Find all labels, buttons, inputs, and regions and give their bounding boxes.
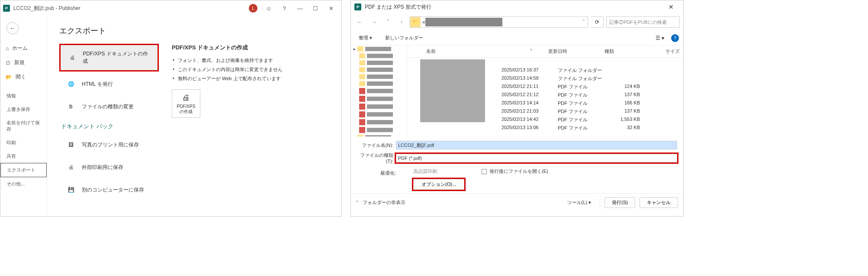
maximize-button[interactable]: ☐: [308, 2, 323, 15]
col-type[interactable]: 種類: [601, 45, 649, 57]
pdf-icon: [359, 104, 365, 110]
options-button[interactable]: オプション(O)...: [413, 179, 464, 190]
pdf-icon: [359, 96, 365, 102]
new-icon: 🗋: [6, 60, 11, 66]
pdf-icon: [359, 111, 365, 117]
export-pack-computer[interactable]: 💾 別のコンピューターに保存: [59, 180, 159, 200]
nav-forward[interactable]: →: [368, 16, 379, 28]
pdfxps-icon: 🖨: [68, 53, 77, 62]
cancel-button[interactable]: キャンセル: [640, 197, 678, 208]
sidebar-save[interactable]: 上書き保存: [0, 103, 47, 116]
detail-bullet: このドキュメントの内容は簡単に変更できません: [172, 65, 283, 74]
file-row[interactable]: 2025/02/13 16:37ファイル フォルダー: [498, 66, 683, 75]
file-row[interactable]: 2025/02/12 21:12PDF ファイル137 KB: [498, 91, 683, 99]
checkbox-icon: [482, 169, 487, 174]
create-pdfxps-button[interactable]: 🖨 PDF/XPS の作成: [172, 89, 200, 118]
sidebar-more[interactable]: その他...: [0, 177, 47, 191]
address-bar[interactable]: 📁 « ˅: [410, 16, 588, 28]
file-row[interactable]: 2025/02/13 13:06PDF ファイル32 KB: [498, 124, 683, 132]
export-main: エクスポート 🖨 PDF/XPS ドキュメントの作成 🌐 HTML を発行 🗎 …: [47, 16, 341, 216]
file-row[interactable]: 2025/02/13 14:59ファイル フォルダー: [498, 75, 683, 83]
publish-button[interactable]: 発行(S): [604, 197, 635, 208]
filetype-select[interactable]: PDF (*.pdf): [396, 154, 677, 162]
export-pack-printer[interactable]: 🖨 外部印刷用に保存: [59, 157, 159, 177]
sidebar-print[interactable]: 印刷: [0, 136, 47, 149]
pdf-icon: [359, 119, 365, 125]
col-name[interactable]: 名前˄: [407, 45, 545, 57]
filename-row: ファイル名(N): LCCO2_翻訳.pdf: [357, 141, 677, 149]
open-after-checkbox[interactable]: 発行後にファイルを開く(E): [482, 168, 548, 175]
redacted-path: [425, 18, 503, 26]
folder-icon: [359, 81, 365, 86]
photo-pack-icon: 🖼: [66, 140, 76, 149]
user-avatar[interactable]: L: [249, 4, 257, 13]
publish-dialog: P PDF または XPS 形式で発行 ✕ ← → ˅ ↑ 📁 « ˅ ⟳ 記事…: [350, 0, 684, 217]
redacted-thumbnail: [420, 59, 485, 122]
folder-icon: [359, 53, 365, 58]
chevron-down-icon[interactable]: ˅: [580, 19, 588, 25]
sidebar-saveas[interactable]: 名前を付けて保存: [0, 116, 47, 136]
folder-icon: [359, 74, 365, 79]
pdf-icon: [359, 88, 365, 94]
detail-heading: PDF/XPS ドキュメントの作成: [172, 44, 283, 52]
close-button[interactable]: ✕: [323, 2, 339, 15]
col-date[interactable]: 更新日時: [545, 45, 601, 57]
sidebar-share[interactable]: 共有: [0, 149, 47, 163]
folder-icon: 📁: [410, 17, 421, 27]
file-row[interactable]: 2025/02/12 21:03PDF ファイル137 KB: [498, 107, 683, 116]
printer-pack-icon: 🖨: [66, 162, 76, 172]
optimize-value: 高品質印刷: [413, 168, 464, 175]
pdf-icon: [359, 127, 365, 133]
export-publish-html[interactable]: 🌐 HTML を発行: [59, 74, 159, 94]
dialog-close-button[interactable]: ✕: [662, 3, 680, 10]
nav-dropdown[interactable]: ˅: [382, 16, 393, 28]
publisher-window: P LCCO2_翻訳.pub - Publisher L ☺ ? — ☐ ✕ ←…: [0, 0, 342, 217]
open-icon: 📂: [6, 74, 12, 80]
file-row[interactable]: 2025/02/13 14:14PDF ファイル186 KB: [498, 99, 683, 107]
nav-bar: ← → ˅ ↑ 📁 « ˅ ⟳ 記事②PDFをPUBにの検索: [351, 13, 683, 31]
folder-icon: [357, 135, 363, 136]
folder-icon: [359, 60, 365, 65]
export-pack-photo[interactable]: 🖼 写真のプリント用に保存: [59, 135, 159, 155]
help-button[interactable]: ?: [671, 34, 679, 42]
file-row[interactable]: 2025/02/13 14:42PDF ファイル1,553 KB: [498, 116, 683, 124]
organize-button[interactable]: 整理 ▾: [355, 33, 376, 42]
pack-heading: ドキュメント パック: [61, 123, 159, 130]
sidebar-new[interactable]: 🗋新規: [0, 55, 47, 70]
home-icon: ⌂: [6, 45, 9, 52]
folder-tree[interactable]: ▸ ▸: [351, 45, 407, 136]
file-row[interactable]: 2025/02/12 21:11PDF ファイル124 KB: [498, 83, 683, 91]
view-options-button[interactable]: ☰ ▾: [655, 35, 665, 41]
sidebar-info[interactable]: 情報: [0, 89, 47, 103]
export-detail-pane: PDF/XPS ドキュメントの作成 フォント、書式、および画像を維持できます こ…: [172, 44, 283, 118]
dialog-title: PDF または XPS 形式で発行: [365, 3, 431, 11]
filename-input[interactable]: LCCO2_翻訳.pdf: [396, 141, 677, 149]
feedback-icon[interactable]: ☺: [261, 2, 276, 15]
sidebar-home[interactable]: ⌂ホーム: [0, 41, 47, 55]
sidebar-open[interactable]: 📂開く: [0, 70, 47, 84]
html-icon: 🌐: [66, 79, 76, 89]
export-create-pdfxps[interactable]: 🖨 PDF/XPS ドキュメントの作成: [59, 44, 159, 71]
search-input[interactable]: 記事②PDFをPUBにの検索: [606, 16, 680, 28]
publisher-app-icon: P: [354, 3, 361, 10]
new-folder-button[interactable]: 新しいフォルダー: [382, 33, 427, 42]
export-change-filetype[interactable]: 🗎 ファイルの種類の変更: [59, 97, 159, 117]
filetype-row: ファイルの種類(T): PDF (*.pdf): [357, 152, 677, 164]
export-option-list: 🖨 PDF/XPS ドキュメントの作成 🌐 HTML を発行 🗎 ファイルの種類…: [59, 44, 159, 202]
folder-icon: [357, 46, 363, 52]
help-icon[interactable]: ?: [276, 2, 292, 15]
nav-back[interactable]: ←: [354, 16, 366, 28]
col-size[interactable]: サイズ: [649, 45, 683, 57]
title-bar: P LCCO2_翻訳.pub - Publisher L ☺ ? — ☐ ✕: [0, 0, 341, 16]
refresh-button[interactable]: ⟳: [591, 16, 604, 28]
minimize-button[interactable]: —: [292, 2, 308, 15]
hide-folders-toggle[interactable]: フォルダーの非表示: [363, 199, 405, 206]
back-button[interactable]: ←: [6, 22, 19, 34]
nav-up[interactable]: ↑: [396, 16, 407, 28]
window-title: LCCO2_翻訳.pub - Publisher: [13, 5, 80, 12]
sidebar-export[interactable]: エクスポート: [0, 163, 47, 177]
backstage-sidebar: ← ⌂ホーム 🗋新規 📂開く 情報 上書き保存 名前を付けて保存 印刷 共有 エ…: [0, 16, 47, 216]
folder-icon: [359, 67, 365, 72]
tools-dropdown[interactable]: ツール(L) ▾: [563, 198, 596, 208]
publisher-app-icon: P: [3, 5, 10, 12]
